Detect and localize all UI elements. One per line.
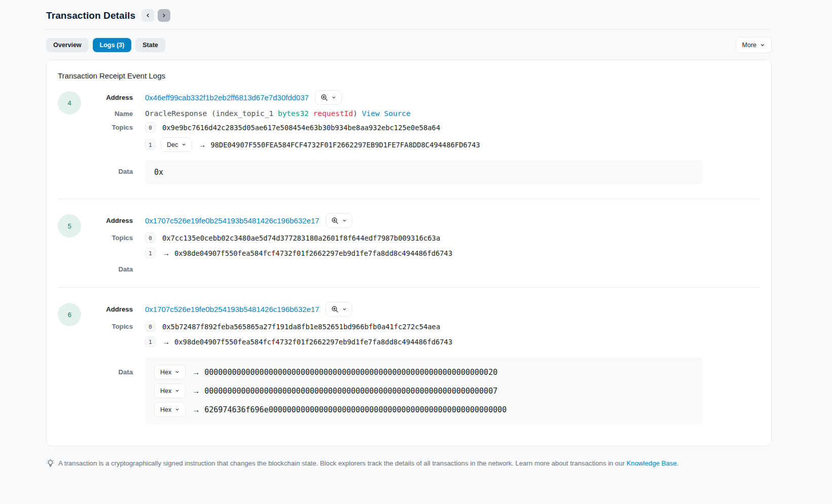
data-value: 0x: [154, 168, 163, 177]
topic-value: 0x98de04907f550fea584fcf4732f01f2662297e…: [174, 338, 452, 346]
chevron-down-icon: [182, 142, 186, 147]
data-word-row: Hex → 0000000000000000000000000000000000…: [154, 383, 694, 398]
footer-note: A transaction is a cryptographically sig…: [46, 459, 772, 483]
address-label: Address: [82, 217, 133, 224]
data-format-select[interactable]: Hex: [154, 383, 186, 398]
address-label: Address: [82, 305, 133, 313]
data-row: Data 0x: [82, 160, 760, 184]
tab-state[interactable]: State: [135, 38, 165, 53]
event-logs-card: Transaction Receipt Event Logs 4 Address…: [46, 60, 772, 446]
chevron-down-icon: [175, 389, 179, 393]
view-source-link[interactable]: View Source: [362, 109, 411, 118]
param-type: bytes32: [278, 109, 309, 118]
topic-value: 0x98de04907f550fea584fcf4732f01f2662297e…: [174, 249, 452, 257]
topic-row: 1 → 0x98de04907f550fea584fcf4732f01f2662…: [82, 336, 760, 347]
tab-logs[interactable]: Logs (3): [93, 38, 132, 53]
chevron-right-icon: [161, 13, 167, 18]
topic-format-select[interactable]: Dec: [161, 137, 192, 152]
log-index-badge: 6: [58, 303, 81, 326]
arrow-right-icon: →: [192, 368, 200, 376]
data-row: Data: [82, 265, 760, 273]
data-box: Hex → 0000000000000000000000000000000000…: [145, 357, 703, 424]
data-row: Data Hex → 00000000000000000000000000000…: [82, 357, 760, 424]
address-filter-button[interactable]: [315, 90, 342, 105]
lightbulb-icon: [46, 459, 55, 468]
magnifier-plus-icon: [331, 217, 339, 224]
address-row: Address 0x46eff99cab332f1b2eb2ff6813d67e…: [82, 90, 760, 105]
magnifier-plus-icon: [320, 94, 328, 101]
topics-label: Topics: [82, 124, 133, 131]
log-divider: [58, 287, 760, 288]
log-entry-5: 5 Address 0x1707c526e19fe0b254193b548142…: [58, 213, 760, 273]
topic-index-badge: 0: [145, 122, 156, 133]
knowledge-base-link[interactable]: Knowledge Base: [627, 459, 677, 467]
log-index-badge: 5: [58, 214, 81, 238]
data-label: Data: [82, 160, 133, 175]
name-label: Name: [82, 110, 133, 118]
topics-label: Topics: [82, 234, 133, 242]
chevron-down-icon: [332, 95, 336, 100]
tab-overview[interactable]: Overview: [46, 38, 89, 53]
topic-value: 0x7cc135e0cebb02c3480ae5d74d377283180a26…: [162, 234, 440, 242]
arrow-right-icon: →: [198, 140, 206, 149]
chevron-down-icon: [175, 370, 179, 374]
magnifier-plus-icon: [331, 305, 339, 313]
data-word-value: 0000000000000000000000000000000000000000…: [204, 368, 497, 377]
address-row: Address 0x1707c526e19fe0b254193b5481426c…: [82, 302, 760, 317]
data-label: Data: [82, 265, 133, 273]
topic-value: 0x5b72487f892feba565865a27f191da8fb1e852…: [162, 323, 440, 331]
data-word-value: 626974636f696e00000000000000000000000000…: [204, 405, 507, 414]
tabs-row: Overview Logs (3) State More: [46, 37, 772, 53]
address-link[interactable]: 0x1707c526e19fe0b254193b5481426c196b632e…: [145, 216, 319, 225]
data-format-select[interactable]: Hex: [154, 402, 186, 417]
chevron-down-icon: [342, 218, 347, 223]
param-name: requestId: [313, 109, 353, 118]
topic-index-badge: 0: [145, 232, 156, 243]
topic-row: Topics 0 0x9e9bc7616d42c2835d05ae617e508…: [82, 122, 760, 133]
previous-transaction-button[interactable]: [141, 9, 154, 22]
data-word-value: 0000000000000000000000000000000000000000…: [204, 386, 497, 396]
address-label: Address: [82, 94, 133, 101]
log-index-badge: 4: [58, 91, 81, 114]
topic-value: 0x9e9bc7616d42c2835d05ae617e508454e63b30…: [162, 124, 440, 132]
more-dropdown-button[interactable]: More: [736, 37, 772, 53]
chevron-down-icon: [760, 43, 765, 48]
page-container: Transaction Details Overview Logs (3) St…: [46, 0, 772, 483]
address-filter-button[interactable]: [325, 213, 352, 228]
footer-text: A transaction is a cryptographically sig…: [58, 459, 678, 467]
more-label: More: [742, 42, 756, 49]
arrow-right-icon: →: [192, 386, 200, 395]
data-format-select[interactable]: Hex: [154, 365, 186, 379]
log-entry-4: 4 Address 0x46eff99cab332f1b2eb2ff6813d6…: [58, 90, 760, 184]
data-word-row: Hex → 0000000000000000000000000000000000…: [154, 365, 694, 379]
topic-row: Topics 0 0x5b72487f892feba565865a27f191d…: [82, 321, 760, 332]
data-word-row: Hex → 626974636f696e00000000000000000000…: [154, 402, 694, 417]
topics-label: Topics: [82, 323, 133, 330]
topic-row: Topics 0 0x7cc135e0cebb02c3480ae5d74d377…: [82, 232, 760, 243]
log-entry-6: 6 Address 0x1707c526e19fe0b254193b548142…: [58, 302, 760, 424]
tx-pagination: [141, 9, 170, 22]
arrow-right-icon: →: [162, 337, 170, 346]
address-link[interactable]: 0x46eff99cab332f1b2eb2ff6813d67e7d30fdd0…: [145, 93, 309, 102]
chevron-down-icon: [342, 307, 347, 312]
page-header: Transaction Details: [46, 9, 772, 30]
arrow-right-icon: →: [162, 249, 170, 257]
topic-index-badge: 1: [145, 336, 156, 347]
card-heading: Transaction Receipt Event Logs: [58, 71, 760, 80]
event-signature: OracleResponse (index_topic_1 bytes32 re…: [145, 109, 760, 118]
topic-index-badge: 1: [145, 248, 156, 258]
data-box: 0x: [145, 160, 703, 184]
address-link[interactable]: 0x1707c526e19fe0b254193b5481426c196b632e…: [145, 305, 319, 314]
name-row: Name OracleResponse (index_topic_1 bytes…: [82, 109, 760, 118]
arrow-right-icon: →: [192, 405, 200, 414]
next-transaction-button[interactable]: [158, 9, 170, 22]
topic-value: 98DE04907F550FEA584FCF4732F01F2662297EB9…: [210, 141, 480, 149]
address-filter-button[interactable]: [325, 302, 352, 317]
topic-row: 1 Dec → 98DE04907F550FEA584FCF4732F01F26…: [82, 137, 760, 152]
data-label: Data: [82, 357, 133, 376]
topic-index-badge: 1: [145, 139, 156, 150]
page-title: Transaction Details: [46, 10, 135, 21]
chevron-left-icon: [145, 13, 151, 18]
chevron-down-icon: [175, 407, 179, 412]
event-name: OracleResponse (index_topic_1: [145, 109, 278, 118]
